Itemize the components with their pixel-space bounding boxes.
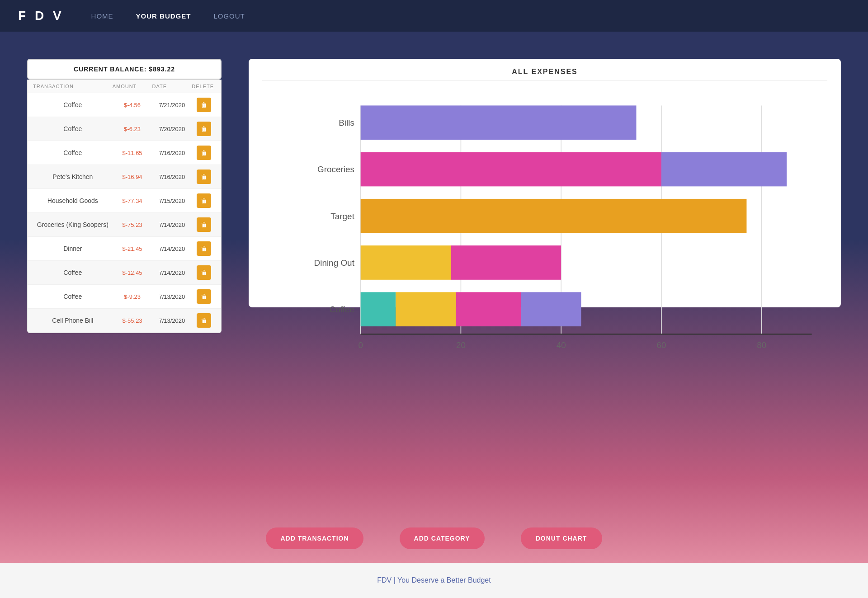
- svg-text:40: 40: [557, 340, 566, 350]
- donut-chart-button[interactable]: DONUT CHART: [521, 527, 602, 549]
- row-amount: $-77.34: [113, 198, 152, 204]
- svg-rect-11: [361, 199, 747, 233]
- nav-links: HOME YOUR BUDGET LOGOUT: [91, 12, 245, 20]
- row-delete-cell: 🗑: [192, 193, 216, 208]
- navigation: F D V HOME YOUR BUDGET LOGOUT: [0, 0, 868, 32]
- delete-button[interactable]: 🗑: [197, 313, 211, 328]
- table-row: Household Goods $-77.34 7/15/2020 🗑: [28, 189, 221, 213]
- row-amount: $-75.23: [113, 221, 152, 228]
- chart-title: ALL EXPENSES: [262, 68, 827, 81]
- delete-button[interactable]: 🗑: [197, 98, 211, 112]
- svg-rect-16: [361, 292, 396, 326]
- transactions-table: TRANSACTION AMOUNT DATE DELETE Coffee $-…: [27, 80, 222, 333]
- row-name: Coffee: [33, 269, 113, 276]
- add-transaction-button[interactable]: ADD TRANSACTION: [266, 527, 363, 549]
- svg-text:Groceries: Groceries: [317, 165, 354, 174]
- add-category-button[interactable]: ADD CATEGORY: [400, 527, 485, 549]
- table-row: Pete's Kitchen $-16.94 7/16/2020 🗑: [28, 165, 221, 189]
- row-amount: $-21.45: [113, 245, 152, 252]
- right-panel: ALL EXPENSES BillsGroceriesTargetDining …: [249, 59, 841, 500]
- delete-button[interactable]: 🗑: [197, 170, 211, 184]
- row-date: 7/20/2020: [152, 126, 192, 132]
- row-date: 7/21/2020: [152, 102, 192, 108]
- row-amount: $-4.56: [113, 102, 152, 108]
- delete-button[interactable]: 🗑: [197, 289, 211, 304]
- row-delete-cell: 🗑: [192, 98, 216, 112]
- nav-home[interactable]: HOME: [91, 12, 113, 20]
- bar-chart-svg: BillsGroceriesTargetDining OutCoffee0204…: [298, 90, 827, 358]
- table-row: Coffee $-11.65 7/16/2020 🗑: [28, 141, 221, 165]
- chart-area: BillsGroceriesTargetDining OutCoffee0204…: [262, 90, 827, 373]
- row-date: 7/13/2020: [152, 317, 192, 324]
- delete-button[interactable]: 🗑: [197, 265, 211, 280]
- footer: FDV | You Deserve a Better Budget: [0, 563, 868, 598]
- footer-text: FDV | You Deserve a Better Budget: [377, 576, 491, 584]
- row-delete-cell: 🗑: [192, 146, 216, 160]
- svg-text:Coffee: Coffee: [330, 305, 354, 314]
- main-content: CURRENT BALANCE: $893.22 TRANSACTION AMO…: [0, 32, 868, 509]
- row-delete-cell: 🗑: [192, 217, 216, 232]
- row-date: 7/14/2020: [152, 245, 192, 252]
- col-date: DATE: [152, 84, 192, 89]
- table-row: Cell Phone Bill $-55.23 7/13/2020 🗑: [28, 309, 221, 333]
- row-name: Groceries (King Soopers): [33, 221, 113, 228]
- col-amount: AMOUNT: [113, 84, 152, 89]
- row-delete-cell: 🗑: [192, 122, 216, 136]
- row-name: Coffee: [33, 149, 113, 156]
- svg-text:80: 80: [757, 340, 766, 350]
- svg-rect-8: [361, 152, 661, 187]
- table-row: Coffee $-6.23 7/20/2020 🗑: [28, 117, 221, 141]
- delete-button[interactable]: 🗑: [197, 241, 211, 256]
- balance-title: CURRENT BALANCE: $893.22: [74, 66, 175, 73]
- row-date: 7/13/2020: [152, 293, 192, 300]
- row-name: Household Goods: [33, 197, 113, 204]
- row-date: 7/14/2020: [152, 221, 192, 228]
- row-date: 7/16/2020: [152, 150, 192, 156]
- row-amount: $-11.65: [113, 150, 152, 156]
- delete-button[interactable]: 🗑: [197, 193, 211, 208]
- nav-budget[interactable]: YOUR BUDGET: [136, 12, 191, 20]
- table-row: Coffee $-4.56 7/21/2020 🗑: [28, 93, 221, 117]
- svg-rect-18: [456, 292, 521, 326]
- svg-rect-17: [396, 292, 456, 326]
- col-transaction: TRANSACTION: [33, 84, 113, 89]
- table-row: Coffee $-9.23 7/13/2020 🗑: [28, 285, 221, 309]
- delete-button[interactable]: 🗑: [197, 217, 211, 232]
- row-name: Cell Phone Bill: [33, 317, 113, 324]
- row-name: Coffee: [33, 101, 113, 108]
- table-body: Coffee $-4.56 7/21/2020 🗑 Coffee $-6.23 …: [28, 93, 221, 333]
- balance-box: CURRENT BALANCE: $893.22: [27, 59, 222, 80]
- row-name: Pete's Kitchen: [33, 173, 113, 180]
- bottom-buttons: ADD TRANSACTION ADD CATEGORY DONUT CHART: [0, 509, 868, 563]
- svg-text:Dining Out: Dining Out: [314, 258, 355, 268]
- row-delete-cell: 🗑: [192, 289, 216, 304]
- svg-text:60: 60: [656, 340, 666, 350]
- row-amount: $-6.23: [113, 126, 152, 132]
- row-delete-cell: 🗑: [192, 170, 216, 184]
- svg-text:Target: Target: [330, 212, 354, 221]
- svg-rect-6: [361, 105, 637, 140]
- svg-rect-14: [451, 245, 561, 280]
- nav-logout[interactable]: LOGOUT: [213, 12, 245, 20]
- row-name: Dinner: [33, 245, 113, 252]
- svg-rect-19: [521, 292, 581, 326]
- row-amount: $-16.94: [113, 174, 152, 180]
- svg-text:0: 0: [358, 340, 363, 350]
- svg-text:20: 20: [456, 340, 466, 350]
- svg-rect-9: [661, 152, 787, 187]
- row-delete-cell: 🗑: [192, 241, 216, 256]
- left-panel: CURRENT BALANCE: $893.22 TRANSACTION AMO…: [27, 59, 222, 500]
- row-amount: $-55.23: [113, 317, 152, 324]
- table-header: TRANSACTION AMOUNT DATE DELETE: [28, 80, 221, 93]
- col-delete: DELETE: [192, 84, 216, 89]
- row-delete-cell: 🗑: [192, 313, 216, 328]
- row-date: 7/16/2020: [152, 174, 192, 180]
- table-row: Dinner $-21.45 7/14/2020 🗑: [28, 237, 221, 261]
- row-amount: $-9.23: [113, 293, 152, 300]
- row-amount: $-12.45: [113, 269, 152, 276]
- chart-container: ALL EXPENSES BillsGroceriesTargetDining …: [249, 59, 841, 307]
- svg-text:Bills: Bills: [339, 118, 354, 127]
- delete-button[interactable]: 🗑: [197, 146, 211, 160]
- delete-button[interactable]: 🗑: [197, 122, 211, 136]
- row-name: Coffee: [33, 125, 113, 132]
